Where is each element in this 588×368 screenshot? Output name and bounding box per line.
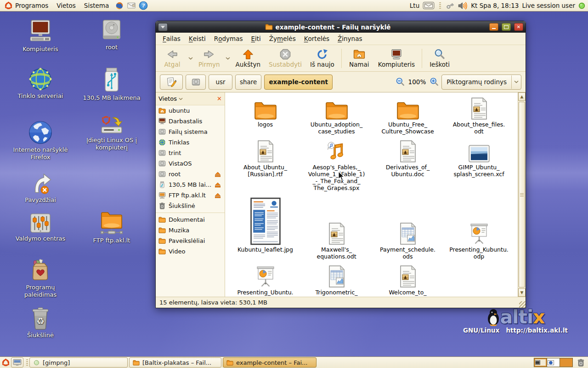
user-switcher[interactable]: Live session user (522, 2, 575, 9)
zoom-in-icon[interactable] (430, 77, 439, 86)
trash-applet-icon[interactable] (577, 359, 584, 367)
ubuntu-menu-icon[interactable] (1, 358, 10, 367)
sidebar-item-ftp-ftp-akl-lt[interactable]: FTP ftp.akl.lt (156, 190, 225, 201)
view-mode-select[interactable]: Piktogramų rodinys (441, 75, 521, 90)
desktop-icon-ftp-ftp-akl-lt[interactable]: FTP ftp.akl.lt (81, 212, 142, 244)
desktop-icon-pavyzdžiai[interactable]: Pavyzdžiai (10, 171, 71, 204)
chevron-down-icon[interactable] (179, 98, 183, 100)
toolbar-pirmyn-dropdown[interactable] (224, 49, 232, 68)
show-desktop-button[interactable] (11, 357, 23, 368)
sidebar-item-tinklas[interactable]: Tinklas (156, 137, 225, 148)
file-item[interactable]: Ubuntu_adoption_case_studies (301, 96, 372, 135)
window-menu-button[interactable] (158, 23, 168, 31)
toolbar-sustabdyti[interactable]: Sustabdyti (265, 47, 306, 69)
path-button-example-content[interactable]: example-content (264, 75, 333, 90)
toolbar-ieškoti[interactable]: Ieškoti (425, 47, 454, 69)
desktop-icon-kompiuteris[interactable]: Kompiuteris (10, 18, 71, 53)
applet-handle[interactable] (439, 2, 441, 9)
maximize-button[interactable] (502, 23, 511, 31)
path-button-share[interactable]: share (235, 75, 261, 90)
menubar-žinynas[interactable]: Žinynas (334, 33, 366, 45)
desktop-icon-130-5-mb-laikmena[interactable]: 130,5 MB laikmena (81, 67, 142, 102)
sidebar-item-ubuntu[interactable]: ubuntu (156, 105, 225, 116)
toolbar-atgal-dropdown[interactable] (187, 49, 194, 68)
sidebar-item-failų-sistema[interactable]: Failų sistema (156, 126, 225, 137)
file-item[interactable]: Presenting_Ubuntu.odp (230, 264, 301, 297)
toolbar-kompiuteris[interactable]: Kompiuteris (374, 47, 419, 69)
keyring-icon[interactable] (446, 1, 454, 10)
menubar-rodymas[interactable]: Rodymas (210, 33, 247, 45)
workspace-2[interactable] (547, 358, 560, 367)
menu-vietos[interactable]: Vietos (52, 0, 80, 11)
file-item[interactable]: Presenting_Kubuntu.odp (443, 196, 514, 260)
file-item[interactable]: Aesop's_Fables,_Volume_1_(Fable_1)_-_The… (301, 139, 372, 191)
sidebar-title[interactable]: Vietos (158, 95, 177, 102)
menubar-failas[interactable]: Failas (158, 33, 185, 45)
menu-sistema[interactable]: Sistema (80, 0, 113, 11)
sidebar-item-root[interactable]: root (156, 169, 225, 179)
sidebar-close-icon[interactable]: ✕ (217, 95, 222, 102)
desktop-icon-valdymo-centras[interactable]: Valdymo centras (10, 213, 71, 242)
zoom-out-icon[interactable] (396, 77, 405, 86)
menubar-eiti[interactable]: Eiti (247, 33, 265, 45)
keyboard-layout-indicator[interactable]: Ltu (410, 2, 419, 9)
toolbar-pirmyn[interactable]: Pirmyn (194, 47, 224, 69)
vertical-scrollbar[interactable]: ▲ ▼ (518, 92, 526, 297)
file-item[interactable]: Derivatives_of_Ubuntu.doc (372, 139, 443, 191)
applet-handle[interactable] (26, 359, 28, 366)
file-item[interactable]: Maxwell's_equations.odt (301, 196, 372, 260)
keyboard-indicator-icon[interactable] (423, 1, 435, 10)
file-item[interactable]: Trigonometric_functions.xls (301, 264, 372, 297)
file-item[interactable]: Ubuntu_Free_Culture_Showcase (372, 96, 443, 135)
minimize-button[interactable] (489, 23, 498, 31)
sidebar-item-vistaos[interactable]: VistaOS (156, 158, 225, 169)
firefox-launcher[interactable] (115, 1, 124, 10)
help-launcher[interactable]: ? (139, 1, 148, 10)
menubar-kortelės[interactable]: Kortelės (300, 33, 334, 45)
desktop-icon-šiukšlinė[interactable]: ♻Šiukšlinė (10, 305, 71, 339)
close-button[interactable]: ✕ (514, 23, 523, 31)
toolbar-namai[interactable]: Namai (345, 47, 374, 69)
scroll-up-icon[interactable]: ▲ (518, 92, 526, 101)
file-item[interactable]: GIMP_Ubuntu_splash_screen.xcf (443, 139, 514, 191)
user-presence-icon[interactable] (578, 2, 585, 9)
desktop-icon-tinklo-serveriai[interactable]: Tinklo serveriai (10, 67, 71, 100)
eject-icon[interactable] (215, 193, 221, 198)
edit-location-button[interactable] (160, 75, 183, 90)
file-item[interactable]: About_Ubuntu_[Russian].rtf (230, 139, 301, 191)
desktop-icon-interneto-naršyklė-firefox[interactable]: Interneto naršyklėFirefox (10, 120, 71, 161)
sidebar-item-130-5-mb-lai[interactable]: 130,5 MB lai... (156, 179, 225, 190)
menu-programos[interactable]: Programos (0, 0, 52, 11)
toolbar-aukštyn[interactable]: Aukštyn (232, 47, 265, 69)
sidebar-item-darbastalis[interactable]: Darbastalis (156, 116, 225, 126)
desktop-icon-root[interactable]: root (81, 18, 142, 51)
task-button-1[interactable]: [gimpng] (29, 357, 128, 368)
toolbar-iš-naujo[interactable]: Iš naujo (306, 47, 339, 69)
resize-grip[interactable] (519, 301, 526, 308)
sidebar-item-dokumentai[interactable]: Dokumentai (156, 214, 225, 225)
task-button-3[interactable]: example-content – Fai... (223, 357, 317, 368)
sidebar-item-šiukšlinė[interactable]: Šiukšlinė (156, 201, 225, 211)
workspace-1[interactable] (534, 358, 547, 367)
task-button-2[interactable]: [Baltix-plakatas – Fail... (129, 357, 221, 368)
desktop-icon-įdiegti-linux-os-į-kompiuterį[interactable]: Įdiegti Linux OS įkompiuterį (81, 115, 142, 151)
clock[interactable]: Kt Spa 8, 18:13 (471, 2, 519, 9)
file-item[interactable]: Welcome_to_Ubuntu.odt (372, 264, 443, 297)
file-item[interactable]: Kubuntu_leaflet.jpg (230, 196, 301, 260)
filesystem-root-button[interactable] (186, 75, 206, 90)
file-item[interactable]: About_these_files.odt (443, 96, 514, 135)
file-item[interactable]: Payment_schedule.ods (372, 196, 443, 260)
workspace-3[interactable] (560, 358, 572, 367)
eject-icon[interactable] (215, 172, 221, 177)
titlebar[interactable]: example-content – Failų naršyklė ✕ (156, 21, 526, 33)
mail-launcher[interactable] (127, 1, 136, 10)
sidebar-item-trint[interactable]: trint (156, 148, 225, 158)
menubar-keisti[interactable]: Keisti (185, 33, 210, 45)
desktop-icon-programų-paleidimas[interactable]: Programųpaleidimas (10, 258, 71, 299)
sidebar-item-paveikslėliai[interactable]: Paveikslėliai (156, 236, 225, 246)
menubar-žymelės[interactable]: Žymelės (265, 33, 300, 45)
sidebar-item-video[interactable]: Video (156, 246, 225, 257)
file-item[interactable]: logos (230, 96, 301, 135)
scrollbar-thumb[interactable] (519, 102, 525, 288)
volume-speaker-icon[interactable] (458, 1, 468, 10)
